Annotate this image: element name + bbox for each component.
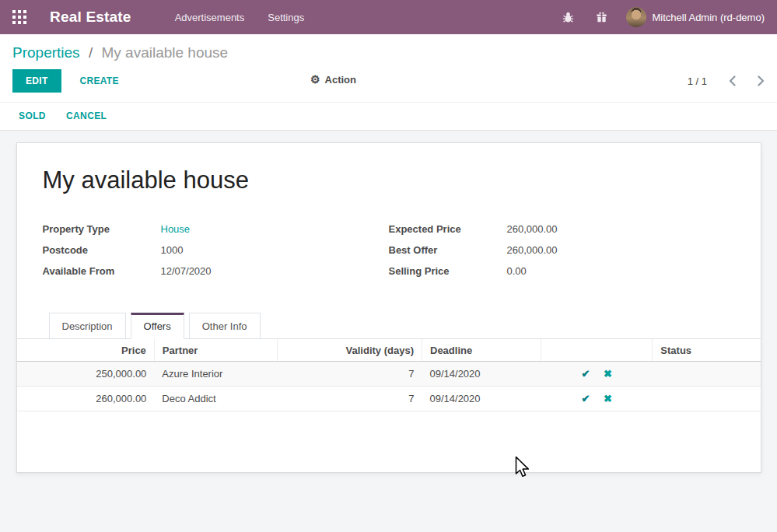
breadcrumb-current: My available house bbox=[101, 44, 228, 61]
gear-icon: ⚙ bbox=[310, 73, 320, 86]
column-header-validity[interactable]: Validity (days) bbox=[277, 339, 422, 362]
control-panel: EDIT CREATE ⚙ Action 1 / 1 bbox=[0, 65, 777, 102]
offer-partner: Azure Interior bbox=[154, 362, 277, 387]
accept-offer-icon[interactable]: ✔ bbox=[581, 393, 590, 404]
offer-status bbox=[653, 387, 761, 411]
gift-icon[interactable] bbox=[596, 12, 607, 23]
navbar-right: Mitchell Admin (rd-demo) bbox=[541, 7, 765, 27]
pager: 1 / 1 bbox=[688, 75, 765, 87]
app-title: Real Estate bbox=[50, 9, 131, 26]
refuse-offer-icon[interactable]: ✖ bbox=[604, 368, 612, 380]
offers-header-row: Price Partner Validity (days) Deadline S… bbox=[17, 339, 761, 362]
user-menu[interactable]: Mitchell Admin (rd-demo) bbox=[653, 12, 765, 23]
sold-button[interactable]: SOLD bbox=[19, 110, 46, 121]
breadcrumb-separator: / bbox=[89, 44, 93, 61]
cancel-button[interactable]: CANCEL bbox=[66, 110, 107, 121]
offer-partner: Deco Addict bbox=[154, 387, 277, 411]
field-group-right: Expected Price 260,000.00 Best Offer 260… bbox=[389, 223, 735, 286]
field-available-from: Available From 12/07/2020 bbox=[43, 265, 389, 277]
column-header-deadline[interactable]: Deadline bbox=[422, 339, 541, 362]
field-postcode: Postcode 1000 bbox=[43, 244, 389, 256]
notebook-tabs: Description Offers Other Info bbox=[17, 313, 761, 339]
statusbar: SOLD CANCEL bbox=[0, 102, 777, 131]
accept-offer-icon[interactable]: ✔ bbox=[581, 368, 590, 380]
column-header-actions bbox=[541, 339, 652, 362]
field-selling-price: Selling Price 0.00 bbox=[389, 265, 735, 277]
edit-button[interactable]: EDIT bbox=[12, 69, 61, 93]
field-group-left: Property Type House Postcode 1000 Availa… bbox=[43, 223, 389, 286]
offer-deadline: 09/14/2020 bbox=[422, 362, 541, 387]
bug-icon[interactable] bbox=[562, 12, 574, 23]
pager-previous-icon[interactable] bbox=[729, 75, 736, 86]
form-sheet: My available house Property Type House P… bbox=[16, 142, 761, 473]
pager-value: 1 / 1 bbox=[688, 75, 707, 87]
offer-row[interactable]: 260,000.00 Deco Addict 7 09/14/2020 ✔ ✖ bbox=[17, 387, 761, 411]
page-title: My available house bbox=[43, 166, 735, 194]
user-avatar[interactable] bbox=[626, 7, 646, 27]
offer-price: 250,000.00 bbox=[17, 362, 155, 387]
field-expected-price: Expected Price 260,000.00 bbox=[389, 223, 735, 235]
action-menu[interactable]: ⚙ Action bbox=[310, 73, 356, 86]
offer-status bbox=[653, 362, 761, 387]
field-groups: Property Type House Postcode 1000 Availa… bbox=[43, 223, 735, 286]
pager-next-icon[interactable] bbox=[758, 75, 765, 86]
action-label: Action bbox=[325, 74, 356, 86]
offer-price: 260,000.00 bbox=[17, 387, 155, 411]
offer-deadline: 09/14/2020 bbox=[422, 387, 541, 411]
tab-offers[interactable]: Offers bbox=[131, 313, 184, 339]
offer-actions: ✔ ✖ bbox=[541, 362, 652, 387]
refuse-offer-icon[interactable]: ✖ bbox=[604, 393, 612, 404]
tab-description[interactable]: Description bbox=[49, 313, 126, 338]
breadcrumb: Properties / My available house bbox=[0, 34, 777, 65]
form-view: My available house Property Type House P… bbox=[0, 131, 777, 473]
column-header-price[interactable]: Price bbox=[17, 339, 155, 362]
create-button[interactable]: CREATE bbox=[75, 75, 124, 87]
offer-validity: 7 bbox=[277, 362, 422, 387]
offer-validity: 7 bbox=[277, 387, 422, 411]
field-property-type: Property Type House bbox=[43, 223, 389, 235]
offer-row[interactable]: 250,000.00 Azure Interior 7 09/14/2020 ✔… bbox=[17, 362, 761, 387]
breadcrumb-properties-link[interactable]: Properties bbox=[12, 44, 80, 61]
offers-table: Price Partner Validity (days) Deadline S… bbox=[17, 339, 761, 411]
menu-advertisements[interactable]: Advertisements bbox=[175, 12, 245, 23]
offer-actions: ✔ ✖ bbox=[541, 387, 652, 411]
column-header-status[interactable]: Status bbox=[653, 339, 761, 362]
top-navbar: Real Estate Advertisements Settings Mitc… bbox=[0, 0, 777, 34]
property-type-link[interactable]: House bbox=[161, 223, 191, 235]
column-header-partner[interactable]: Partner bbox=[154, 339, 277, 362]
field-best-offer: Best Offer 260,000.00 bbox=[389, 244, 735, 256]
tab-other-info[interactable]: Other Info bbox=[189, 313, 261, 338]
menu-settings[interactable]: Settings bbox=[268, 12, 304, 23]
apps-menu-icon[interactable] bbox=[12, 10, 26, 24]
